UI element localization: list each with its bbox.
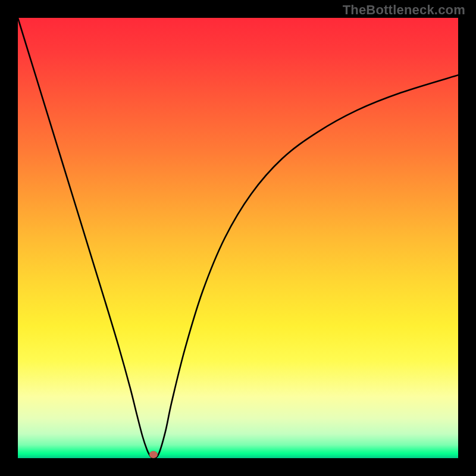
- curve-svg: [18, 18, 458, 458]
- bottleneck-curve: [18, 18, 458, 458]
- chart-container: TheBottleneck.com: [0, 0, 476, 476]
- plot-area: [18, 18, 458, 458]
- watermark-text: TheBottleneck.com: [343, 2, 465, 18]
- minimum-marker: [149, 451, 158, 458]
